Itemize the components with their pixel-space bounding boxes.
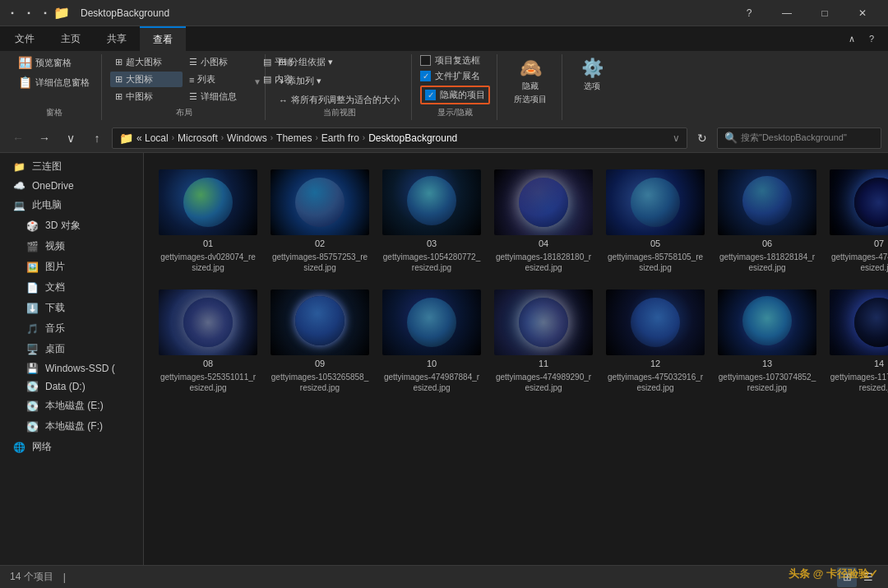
file-extensions-toggle[interactable]: ✓ 文件扩展名 [420, 70, 480, 82]
extra-large-icons-icon: ⊞ [115, 57, 123, 67]
item-checkbox-box [420, 55, 431, 66]
tab-view[interactable]: 查看 [140, 26, 186, 51]
sidebar-item-datad[interactable]: 💽 Data (D:) [0, 377, 143, 396]
file-item-02[interactable]: 02 gettyimages-85757253_resized.jpg [267, 164, 372, 278]
folder-icon: 📁 [13, 161, 25, 173]
file-extensions-box: ✓ [420, 71, 431, 81]
file-extensions-label: 文件扩展名 [435, 70, 480, 82]
sidebar-item-onedrive[interactable]: ☁️ OneDrive [0, 177, 143, 195]
sidebar-item-3dobjects[interactable]: 🎲 3D 对象 [0, 215, 143, 236]
file-num-04: 04 [539, 238, 548, 248]
address-segment-windows: Windows [227, 132, 267, 144]
file-item-09[interactable]: 09 gettyimages-1053265858_resized.jpg [267, 285, 372, 398]
large-icons-button[interactable]: ⊞ 大图标 [110, 72, 183, 87]
file-num-07: 07 [874, 238, 884, 248]
folder-icon: 📁 [56, 7, 67, 19]
sidebar-item-desktop[interactable]: 🖥️ 桌面 [0, 339, 143, 359]
file-item-05[interactable]: 05 gettyimages-85758105_resized.jpg [603, 164, 708, 278]
back-button[interactable]: ← [7, 127, 30, 150]
hide-icon: 🙈 [520, 58, 542, 79]
ribbon-group-panes: 🪟 预览窗格 📋 详细信息窗格 窗格 [7, 54, 102, 120]
preview-pane-button[interactable]: 🪟 预览窗格 [13, 54, 76, 71]
extra-large-icons-button[interactable]: ⊞ 超大图标 [110, 54, 183, 70]
sidebar-item-sanlian[interactable]: 📁 三连图 [0, 156, 143, 177]
sidebar-item-localf[interactable]: 💽 本地磁盘 (F:) [0, 416, 143, 437]
sidebar: 📁 三连图 ☁️ OneDrive 💻 此电脑 🎲 3D 对象 🎬 视频 🖼️ … [0, 153, 144, 565]
refresh-button[interactable]: ↻ [691, 127, 714, 150]
file-item-01[interactable]: 01 gettyimages-dv028074_resized.jpg [155, 164, 261, 278]
file-item-13[interactable]: 13 gettyimages-1073074852_resized.jpg [715, 285, 820, 398]
address-segment-earth: Earth fro [321, 132, 359, 144]
file-item-12[interactable]: 12 gettyimages-475032916_resized.jpg [603, 285, 708, 398]
minimize-button[interactable]: — [768, 0, 806, 26]
file-name-12: gettyimages-475032916_resized.jpg [606, 372, 705, 393]
sidebar-item-downloads[interactable]: ⬇️ 下载 [0, 298, 143, 318]
layout-expand-icon[interactable]: ▼ [253, 77, 261, 86]
sidebar-item-videos[interactable]: 🎬 视频 [0, 236, 143, 257]
earth-globe-04 [519, 178, 568, 227]
file-item-11[interactable]: 11 gettyimages-474989290_resized.jpg [491, 285, 596, 398]
hide-label: 隐藏 [522, 81, 539, 92]
close-button[interactable]: ✕ [844, 0, 881, 26]
sidebar-item-locale[interactable]: 💽 本地磁盘 (E:) [0, 396, 143, 416]
list-icon: ≡ [189, 75, 194, 85]
file-thumb-11 [494, 289, 593, 355]
item-checkbox-toggle[interactable]: 项目复选框 [420, 54, 480, 67]
address-dropdown-icon[interactable]: ∨ [673, 132, 680, 144]
file-num-03: 03 [427, 238, 437, 248]
sidebar-item-documents[interactable]: 📄 文档 [0, 277, 143, 298]
maximize-button[interactable]: □ [806, 0, 844, 26]
recent-button[interactable]: ∨ [59, 127, 82, 150]
details-button[interactable]: ☰ 详细信息 [184, 89, 257, 104]
address-folder-icon: 📁 [119, 132, 133, 145]
tab-share[interactable]: 共享 [94, 26, 140, 51]
ribbon-help-button[interactable]: ? [862, 29, 881, 49]
file-item-06[interactable]: 06 gettyimages-181828184_resized.jpg [715, 164, 820, 278]
window-icon-1: ▪ [7, 7, 18, 19]
earth-globe-10 [407, 298, 456, 347]
tab-home[interactable]: 主页 [48, 26, 94, 51]
small-icons-button[interactable]: ☰ 小图标 [184, 54, 257, 70]
file-name-02: gettyimages-85757253_resized.jpg [271, 252, 369, 273]
hidden-items-toggle[interactable]: ✓ 隐藏的项目 [420, 86, 490, 104]
search-box[interactable]: 🔍 搜索"DesktopBackground" [717, 127, 881, 149]
earth-globe-08 [183, 298, 233, 347]
options-button[interactable]: ⚙️ 选项 [571, 54, 613, 95]
fit-columns-button[interactable]: ↔ 将所有列调整为适合的大小 [274, 92, 405, 108]
file-item-04[interactable]: 04 gettyimages-181828180_resized.jpg [491, 164, 596, 278]
address-segment-current: DesktopBackground [368, 132, 457, 144]
medium-icons-button[interactable]: ⊞ 中图标 [110, 89, 183, 104]
list-button[interactable]: ≡ 列表 [184, 72, 257, 87]
details-icon: ☰ [189, 91, 197, 102]
help-button[interactable]: ? [730, 0, 768, 26]
preview-pane-icon: 🪟 [18, 56, 32, 69]
address-bar[interactable]: 📁 « Local › Microsoft › Windows › Themes… [112, 127, 687, 149]
file-name-11: gettyimages-474989290_resized.jpg [494, 372, 593, 393]
earth-globe-05 [631, 178, 680, 227]
hide-selected-button[interactable]: 🙈 隐藏 所选项目 [506, 54, 555, 109]
file-item-10[interactable]: 10 gettyimages-474987884_resized.jpg [379, 285, 484, 398]
window-title: DesktopBackground [81, 7, 730, 19]
forward-button[interactable]: → [33, 127, 56, 150]
file-item-03[interactable]: 03 gettyimages-1054280772_resized.jpg [379, 164, 484, 278]
file-item-07[interactable]: 07 gettyimages-474987186_resized.jpg [826, 164, 888, 278]
sidebar-item-windowsssd[interactable]: 💾 Windows-SSD ( [0, 359, 143, 377]
tab-file[interactable]: 文件 [2, 26, 48, 51]
file-item-14[interactable]: 14 gettyimages-1176555906_resized.jpg [826, 285, 888, 398]
options-icon: ⚙️ [581, 58, 604, 79]
file-item-08[interactable]: 08 gettyimages-525351011_resized.jpg [155, 285, 261, 398]
file-thumb-09 [271, 289, 369, 355]
sidebar-item-network[interactable]: 🌐 网络 [0, 437, 143, 457]
video-icon: 🎬 [26, 241, 39, 252]
sidebar-item-pictures[interactable]: 🖼️ 图片 [0, 257, 143, 277]
sidebar-item-music[interactable]: 🎵 音乐 [0, 318, 143, 339]
up-button[interactable]: ↑ [86, 127, 109, 150]
current-view-group-label: 当前视图 [267, 107, 411, 118]
add-column-button[interactable]: + 添加列 ▾ [274, 73, 327, 89]
group-by-button[interactable]: ⊞ 分组依据 ▾ [274, 54, 338, 70]
file-thumb-02 [271, 169, 369, 235]
sidebar-item-thispc[interactable]: 💻 此电脑 [0, 195, 143, 215]
ribbon-collapse-button[interactable]: ∧ [842, 29, 862, 49]
details-pane-button[interactable]: 📋 详细信息窗格 [13, 74, 95, 90]
file-area: 01 gettyimages-dv028074_resized.jpg 02 g… [144, 153, 888, 565]
